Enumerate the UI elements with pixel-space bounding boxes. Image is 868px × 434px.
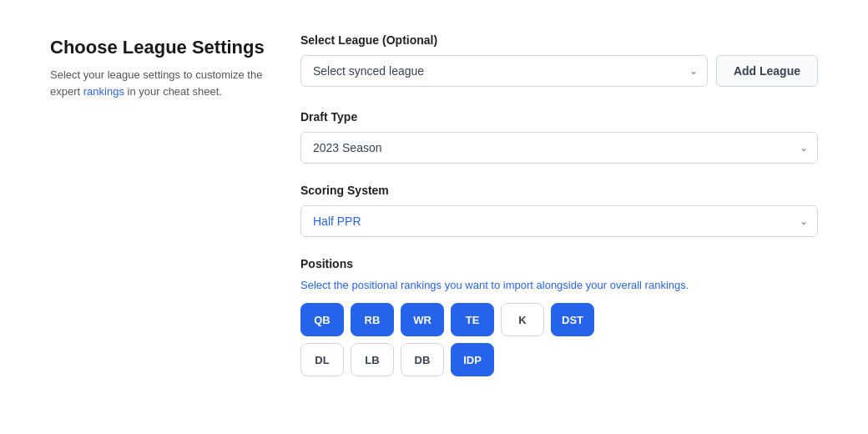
league-label: Select League (Optional) bbox=[300, 33, 818, 47]
position-button-te[interactable]: TE bbox=[451, 303, 494, 336]
draft-type-select-wrapper: 2023 Season ⌄ bbox=[300, 132, 818, 164]
position-button-qb[interactable]: QB bbox=[300, 303, 344, 336]
rankings-link[interactable]: rankings bbox=[83, 85, 124, 98]
position-button-dl[interactable]: DL bbox=[300, 343, 344, 376]
scoring-select[interactable]: Half PPR bbox=[300, 205, 818, 237]
position-button-idp[interactable]: IDP bbox=[451, 343, 494, 376]
draft-type-section: Draft Type 2023 Season ⌄ bbox=[300, 110, 818, 164]
positions-section: Positions Select the positional rankings… bbox=[300, 257, 818, 376]
description-text-2: in your cheat sheet. bbox=[124, 85, 222, 98]
position-button-wr[interactable]: WR bbox=[401, 303, 444, 336]
league-select[interactable]: Select synced league bbox=[300, 55, 708, 87]
add-league-button[interactable]: Add League bbox=[716, 55, 818, 87]
position-button-lb[interactable]: LB bbox=[351, 343, 394, 376]
scoring-section: Scoring System Half PPR ⌄ bbox=[300, 184, 818, 237]
scoring-label: Scoring System bbox=[300, 184, 818, 197]
league-row: Select synced league ⌄ Add League bbox=[300, 55, 818, 87]
left-panel: Choose League Settings Select your leagu… bbox=[50, 33, 300, 99]
position-button-dst[interactable]: DST bbox=[551, 303, 594, 336]
positions-label: Positions bbox=[300, 257, 818, 270]
league-section: Select League (Optional) Select synced l… bbox=[300, 33, 818, 87]
positions-row-1: QBRBWRTEKDST bbox=[300, 303, 818, 336]
position-button-rb[interactable]: RB bbox=[351, 303, 394, 336]
position-button-k[interactable]: K bbox=[501, 303, 544, 336]
page-title: Choose League Settings bbox=[50, 37, 267, 58]
positions-row-2: DLLBDBIDP bbox=[300, 343, 818, 376]
position-button-db[interactable]: DB bbox=[401, 343, 444, 376]
page-description: Select your league settings to customize… bbox=[50, 67, 267, 99]
league-select-wrapper: Select synced league ⌄ bbox=[300, 55, 708, 87]
positions-sublabel: Select the positional rankings you want … bbox=[300, 279, 818, 291]
scoring-select-wrapper: Half PPR ⌄ bbox=[300, 205, 818, 237]
draft-type-label: Draft Type bbox=[300, 110, 818, 124]
draft-type-select[interactable]: 2023 Season bbox=[300, 132, 818, 164]
right-panel: Select League (Optional) Select synced l… bbox=[300, 33, 818, 396]
